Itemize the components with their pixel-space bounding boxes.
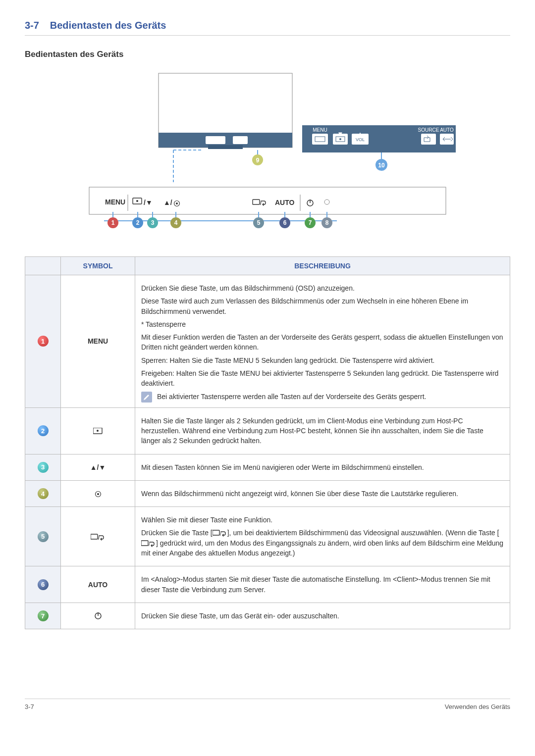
section-number: 3-7	[25, 20, 39, 31]
svg-text:AUTO: AUTO	[440, 127, 454, 133]
svg-text:5: 5	[257, 219, 261, 226]
source-enter-icon	[91, 533, 106, 541]
row-number-badge: 3	[25, 454, 61, 480]
divider	[25, 35, 510, 36]
svg-text:VOL: VOL	[356, 137, 365, 142]
row-description: Drücken Sie diese Taste, um das Bildschi…	[135, 275, 510, 408]
svg-text:MENU: MENU	[105, 198, 125, 206]
svg-text:1: 1	[111, 219, 115, 226]
svg-text:/▼: /▼	[144, 199, 153, 206]
source-enter-icon	[213, 529, 227, 537]
device-buttons-figure: 9 MENU ▼ ▲ VOL SOURCE AUTO 10 MENU /▼ ▲/	[25, 68, 510, 232]
svg-text:SOURCE: SOURCE	[418, 127, 439, 133]
row-symbol	[61, 480, 135, 506]
row-symbol	[61, 603, 135, 629]
callout-9: 9	[256, 157, 260, 164]
row-number-badge: 1	[25, 275, 61, 408]
row-description: Im <Analog>-Modus starten Sie mit dieser…	[135, 566, 510, 603]
svg-text:2: 2	[136, 219, 140, 226]
monitor-connect-icon	[93, 427, 103, 435]
row-symbol	[61, 507, 135, 566]
table-row: 4Wenn das Bildschirmmenü nicht angezeigt…	[25, 480, 510, 506]
table-row: 3▲/▼Mit diesen Tasten können Sie im Menü…	[25, 454, 510, 480]
svg-text:▲/: ▲/	[163, 199, 172, 206]
svg-rect-19	[312, 134, 328, 145]
row-description: Drücken Sie diese Taste, um das Gerät ei…	[135, 603, 510, 629]
table-row: 2Halten Sie die Taste länger als 2 Sekun…	[25, 407, 510, 454]
row-symbol: MENU	[61, 275, 135, 408]
section-title: Bedientasten des Geräts	[50, 20, 166, 31]
table-row: 1MENUDrücken Sie diese Taste, um das Bil…	[25, 275, 510, 408]
footer-right: Verwenden des Geräts	[445, 703, 510, 710]
svg-text:6: 6	[283, 219, 287, 226]
row-description: Mit diesen Tasten können Sie im Menü nav…	[135, 454, 510, 480]
row-description: Halten Sie die Taste länger als 2 Sekund…	[135, 407, 510, 454]
note-text: Bei aktivierter Tastensperre werden alle…	[157, 392, 426, 402]
row-description: Wenn das Bildschirmmenü nicht angezeigt …	[135, 480, 510, 506]
svg-text:8: 8	[325, 219, 329, 226]
row-symbol: ▲/▼	[61, 454, 135, 480]
power-icon	[94, 612, 102, 620]
table-row: 5Wählen Sie mit dieser Taste eine Funkti…	[25, 507, 510, 566]
row-number-badge: 7	[25, 603, 61, 629]
svg-text:MENU: MENU	[313, 127, 327, 133]
svg-text:3: 3	[151, 219, 155, 226]
svg-rect-11	[233, 136, 248, 144]
row-number-badge: 6	[25, 566, 61, 603]
table-head-description: BESCHREIBUNG	[135, 257, 510, 275]
dot-target-icon	[95, 490, 102, 498]
svg-rect-12	[208, 145, 243, 149]
svg-point-42	[324, 200, 329, 204]
svg-text:7: 7	[309, 219, 312, 226]
page-footer: 3-7 Verwenden des Geräts	[25, 699, 510, 710]
svg-rect-10	[206, 136, 225, 144]
svg-point-24	[339, 138, 341, 140]
row-symbol: AUTO	[61, 566, 135, 603]
row-number-badge: 4	[25, 480, 61, 506]
svg-text:4: 4	[174, 219, 178, 226]
row-number-badge: 2	[25, 407, 61, 454]
row-description: Wählen Sie mit dieser Taste eine Funktio…	[135, 507, 510, 566]
table-row: 7Drücken Sie diese Taste, um das Gerät e…	[25, 603, 510, 629]
table-row: 6AUTOIm <Analog>-Modus starten Sie mit d…	[25, 566, 510, 603]
source-enter-icon	[141, 539, 156, 547]
svg-rect-29	[421, 134, 436, 145]
subheading: Bedientasten des Geräts	[25, 50, 510, 59]
section-header: 3-7 Bedientasten des Geräts	[25, 20, 510, 31]
svg-rect-34	[89, 187, 446, 214]
row-number-badge: 5	[25, 507, 61, 566]
svg-text:AUTO: AUTO	[275, 199, 295, 206]
callout-10: 10	[378, 162, 385, 169]
table-head-blank	[25, 257, 61, 275]
row-symbol	[61, 407, 135, 454]
table-head-symbol: SYMBOL	[61, 257, 135, 275]
button-description-table: SYMBOL BESCHREIBUNG 1MENUDrücken Sie die…	[25, 256, 510, 629]
footer-left: 3-7	[25, 703, 34, 710]
note-icon	[141, 392, 152, 403]
